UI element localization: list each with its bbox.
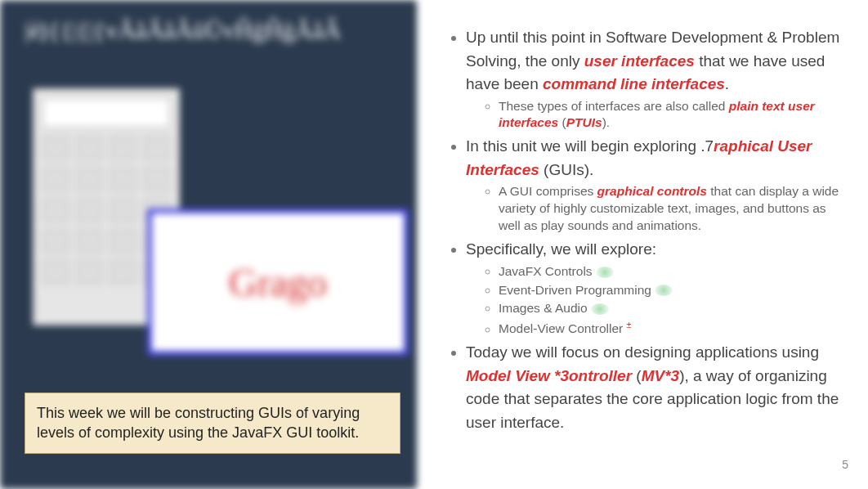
- bullet-3: Specifically, we will explore: JavaFX Co…: [466, 238, 843, 338]
- text: A GUI comprises: [499, 184, 597, 198]
- window-mock: Grago: [147, 209, 409, 356]
- plus-minus-icon: ±: [627, 320, 632, 330]
- sub-list: A GUI comprises graphical controls that …: [466, 183, 843, 235]
- sub-list: These types of interfaces are also calle…: [466, 98, 843, 132]
- em-mvc: MV*3: [642, 367, 679, 384]
- text: (GUIs).: [539, 161, 594, 178]
- em-ptui: PTUIs: [566, 115, 602, 129]
- left-column-wrap: |è⦆{{|{|{vĂăĂăĂūŪvĤģĤģĂăÂ Grago This wee…: [0, 0, 417, 489]
- sub-bullet: JavaFX Controls: [499, 263, 843, 280]
- page-number: 5: [842, 458, 848, 471]
- em-cli: command line interfaces: [543, 75, 725, 92]
- em-graphical-controls: graphical controls: [597, 184, 707, 198]
- slide-title: |è⦆{{|{|{vĂăĂăĂūŪvĤģĤģĂăÂ: [25, 16, 400, 45]
- window-mock-logo: Grago: [229, 260, 327, 305]
- text: Specifically, we will explore:: [466, 240, 656, 258]
- text: (: [632, 367, 642, 384]
- slide: |è⦆{{|{|{vĂăĂăĂūŪvĤģĤģĂăÂ Grago This wee…: [0, 0, 868, 489]
- bullet-2: In this unit we will begin exploring .7r…: [466, 135, 843, 235]
- text: Model-View Controller: [499, 322, 623, 336]
- bullet-list: Up until this point in Software Developm…: [433, 26, 843, 434]
- em-user-interfaces: user interfaces: [584, 52, 695, 70]
- sub-bullet: Model-View Controller ±: [499, 319, 843, 338]
- text: Images & Audio: [499, 301, 588, 315]
- text: These types of interfaces are also calle…: [499, 99, 729, 113]
- sub-list: JavaFX Controls Event-Driven Programming…: [466, 263, 843, 339]
- text: In this unit we will begin exploring .7: [466, 137, 714, 155]
- text: Event-Driven Programming: [499, 283, 651, 297]
- text: (: [558, 115, 566, 129]
- text: .: [725, 75, 729, 92]
- text: Today we will focus on designing applica…: [466, 343, 819, 361]
- sub-bullet: These types of interfaces are also calle…: [499, 98, 843, 132]
- right-panel: Up until this point in Software Developm…: [417, 0, 868, 489]
- em-mvc-long: Model View *3ontroller: [466, 367, 632, 384]
- sub-bullet: Event-Driven Programming: [499, 282, 843, 299]
- calculator-display: [43, 98, 170, 128]
- sub-bullet: A GUI comprises graphical controls that …: [499, 183, 843, 235]
- bullet-4: Today we will focus on designing applica…: [466, 341, 843, 434]
- bullet-1: Up until this point in Software Developm…: [466, 26, 843, 132]
- highlight-icon: [591, 303, 609, 315]
- text: ).: [602, 115, 610, 129]
- highlight-icon: [596, 267, 614, 278]
- highlight-icon: [655, 285, 673, 296]
- caption-box: This week we will be constructing GUIs o…: [25, 393, 400, 454]
- sub-bullet: Images & Audio: [499, 300, 843, 317]
- text: JavaFX Controls: [499, 264, 593, 278]
